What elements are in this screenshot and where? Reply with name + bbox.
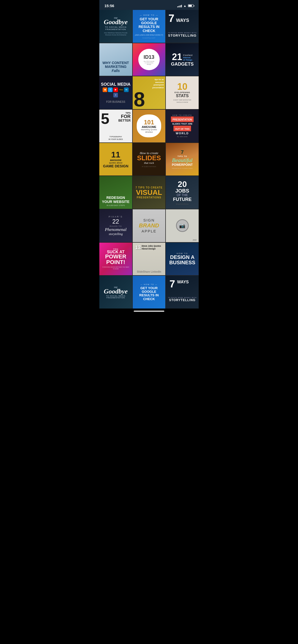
signal-icon	[177, 4, 182, 7]
t18-twenty: 20	[178, 180, 187, 188]
tile-content-marketing[interactable]: Why Content Marketing Falls	[99, 43, 132, 76]
tile-slides-world[interactable]: HOW-TO-CREATE PRESENTATION SLIDES THAT A…	[166, 110, 199, 142]
t12-world: WORLD	[176, 132, 189, 135]
t11-handle: @HubSpot	[145, 131, 153, 133]
t8-tips: tips for anawesomepowerpointpresentation	[152, 78, 164, 89]
t27-num: 7	[169, 279, 175, 289]
tile-beautiful-ppt[interactable]: 7 TIPS TO Beautiful POWERPOINT PRESENTED…	[166, 143, 199, 176]
tile-visual-presentations[interactable]: 7 TIPS TO CREATE VISUAL PRESENTATIONS	[133, 176, 166, 209]
t1-fragmentation: Fragmentation	[105, 28, 126, 31]
t18-handle: @sparksandhoney	[176, 203, 189, 205]
tile-social-media[interactable]: Social Media ◉ t ▶ You in f for Business	[99, 76, 132, 109]
t12-how: HOW-TO-CREATE	[172, 114, 192, 116]
t25-to: to Social Media	[106, 295, 125, 297]
t15-beautiful: Beautiful	[172, 157, 193, 163]
t18-future: FUTURE	[173, 197, 192, 202]
tile-marketing-quotes[interactable]: 101 AWESOME Marketing Quotes @HubSpot	[133, 110, 166, 142]
t24-design: DESIGN A	[170, 255, 195, 260]
tile-id13[interactable]: ID13 the 2013 trends in interactive desi…	[133, 43, 166, 76]
tile-game-design[interactable]: 11 awesome quotes about GAME DESIGN	[99, 143, 132, 176]
status-bar: 15:56 ▲	[99, 0, 199, 10]
t16-redesign: REDESIGN YOUR WEBSITE	[101, 196, 131, 204]
t11-num: 101	[144, 119, 154, 125]
t12-pres: PRESENTATION	[172, 118, 192, 121]
t10-better: BETTER	[118, 119, 131, 122]
t10-num: 5	[101, 111, 109, 126]
t5-id: ID13	[144, 54, 154, 60]
youtube-icon: ▶	[113, 87, 118, 92]
tile-jobs-future[interactable]: 20 JOBS OF THE FUTURE @sparksandhoney	[166, 176, 199, 209]
tile-storytelling[interactable]: 7 WAYS TO RAISE MORE MONEY WITH STORYTEL…	[166, 10, 199, 43]
tile-google-repeat[interactable]: — HOW TO — GET YOUR GOOGLE RESULTS IN CH…	[133, 276, 166, 309]
t19-pixar: PIXAR'S	[109, 215, 123, 218]
status-indicators: ▲	[177, 4, 194, 8]
content-grid: say Goodbye to Social Media Fragmentatio…	[99, 10, 199, 309]
tile-ways-repeat[interactable]: 7 WAYS TO RAISE MORE MONEY WITH STORYTEL…	[166, 276, 199, 309]
t19-phenom: Phenomenal	[105, 227, 127, 232]
t13-num: 11	[111, 151, 120, 159]
t9-every: EVERY SMB MARKETERSHOULD KNOW	[173, 99, 191, 103]
battery-icon	[188, 4, 194, 7]
t1-goodbye: Goodbye	[104, 19, 128, 25]
tile-brand[interactable]: Sign BRAND Apple	[133, 209, 166, 242]
twitter-icon: t	[108, 87, 113, 92]
tile-design-business[interactable]: HOW TO DESIGN A BUSINESS	[166, 243, 199, 275]
t25-goodbye: Goodbye	[104, 288, 128, 294]
tile-steve-jobs[interactable]: 13 Steve Jobs Quotes About Design SlideS…	[133, 243, 166, 275]
t14-slides: SLIDES	[137, 155, 161, 161]
you-icon: You	[119, 87, 123, 92]
t5-year: the 2013 trends in interactive design	[144, 61, 154, 65]
tile-pixar[interactable]: PIXAR'S 22 Rules to Phenomenal storytell…	[99, 209, 132, 242]
tile-suck-powerpoint[interactable]: YOU SUCK AT POWER POINT! 5 SHOCKING DESI…	[99, 243, 132, 275]
t2-sub: (AND LAND A JOB WHILE DOING IT)	[135, 34, 163, 36]
t21-avatar: 📷	[176, 219, 189, 232]
t17-pres: PRESENTATIONS	[137, 196, 161, 199]
linkedin-icon: in	[124, 87, 129, 92]
tile-google[interactable]: — HOW TO — GET YOUR GOOGLE RESULTS IN CH…	[133, 10, 166, 43]
t6-iot: Internetof Things	[183, 56, 193, 61]
t6-num: 21	[172, 52, 182, 62]
facebook-icon: f	[113, 93, 118, 97]
t22-point: POINT!	[106, 259, 125, 265]
t14-rock: that rock	[144, 161, 154, 164]
tile-photographer[interactable]: 📷 2002	[166, 209, 199, 242]
t19-num: 22	[112, 218, 119, 225]
tile-slides-rock[interactable]: How to create SLIDES that rock BY SLIDES…	[133, 143, 166, 176]
t22-shocking: 5 SHOCKING DESIGN MISTAKES YOU NEED TO A…	[101, 266, 131, 270]
tile-iot[interactable]: 21 Coolest Internetof Things Gadgets	[166, 43, 199, 76]
t11-marketing: Marketing Quotes	[141, 128, 157, 131]
t26-howto: — HOW TO —	[141, 284, 157, 285]
tile-website-redesign[interactable]: REDESIGN YOUR WEBSITE IN 4,000 EASY STEP…	[99, 176, 132, 209]
t6-gadgets: Gadgets	[171, 62, 194, 67]
t13-game: GAME DESIGN	[103, 164, 129, 168]
t7-icons: ◉ t ▶ You in f	[101, 87, 131, 97]
t3-ways: WAYS	[176, 18, 189, 23]
tile-stats[interactable]: 10 EYE-OPENING STATS EVERY SMB MARKETERS…	[166, 76, 199, 109]
tile-powerpoint-tips[interactable]: 8 tips for anawesomepowerpointpresentati…	[133, 76, 166, 109]
t20-apple: Apple	[142, 229, 156, 233]
t11-awesome: AWESOME	[142, 125, 156, 128]
tile-goodbye-repeat[interactable]: say Goodbye to Social Media Fragmentatio…	[99, 276, 132, 309]
t21-year: 2002	[193, 239, 197, 241]
t8-num: 8	[134, 91, 145, 108]
t12-by: By: slide comet	[177, 136, 187, 137]
wifi-icon: ▲	[183, 4, 186, 8]
t23-steve: Steve Jobs Quotes About Design	[142, 245, 164, 250]
home-indicator	[99, 309, 199, 315]
t17-visual: VISUAL	[136, 189, 162, 196]
t22-power: POWER	[105, 254, 126, 259]
t3-num: 7	[168, 12, 174, 24]
t1-to: to Social Media	[105, 26, 127, 28]
t23-overlay: SlideShare LinkedIn	[133, 270, 166, 273]
t13-quotes: quotes about	[109, 162, 122, 164]
t12-out: OUT OF THIS	[175, 128, 189, 130]
t10-typo: TYPOGRAPHYIN YOUR SLIDES	[99, 136, 132, 140]
t10-for: FOR	[118, 114, 131, 119]
time: 15:56	[104, 4, 114, 8]
t19-story: storytelling	[109, 232, 123, 236]
t9-num: 10	[177, 82, 187, 91]
t4-falls: Falls	[112, 69, 120, 73]
home-bar	[134, 311, 164, 312]
tile-goodbye[interactable]: say Goodbye to Social Media Fragmentatio…	[99, 10, 132, 43]
tile-typography[interactable]: 5 TIPS FOR BETTER TYPOGRAPHYIN YOUR SLID…	[99, 110, 132, 142]
